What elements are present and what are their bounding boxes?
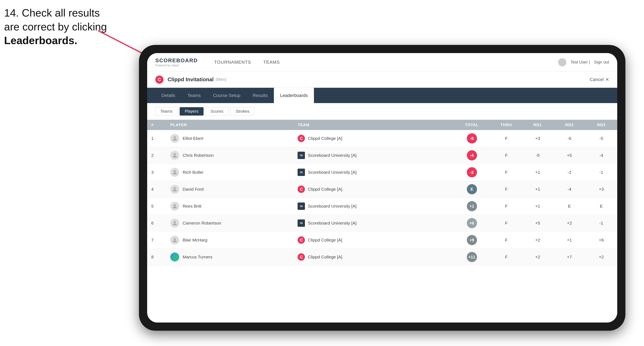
col-header-rd3: RD3 bbox=[585, 120, 617, 130]
col-header-rd1: RD1 bbox=[522, 120, 554, 130]
player-name: Elliot Ebert bbox=[182, 136, 203, 141]
player-name: Rees Britt bbox=[182, 204, 201, 209]
col-header-thru: THRU bbox=[491, 120, 522, 130]
player-name: David Ford bbox=[182, 187, 204, 192]
nav-teams[interactable]: TEAMS bbox=[257, 53, 286, 71]
cell-rd1: -5 bbox=[522, 147, 554, 164]
col-header-player: PLAYER bbox=[166, 120, 294, 130]
svg-point-3 bbox=[174, 153, 176, 155]
svg-point-2 bbox=[174, 136, 176, 138]
cell-rd3: +3 bbox=[585, 181, 617, 198]
cell-team: SBScoreboard University [A] bbox=[294, 198, 453, 215]
tab-leaderboards[interactable]: Leaderboards bbox=[274, 88, 314, 103]
tournament-icon: C bbox=[155, 76, 164, 84]
logo-scoreboard: SCOREBOARD bbox=[155, 57, 198, 64]
player-name: Chris Robertson bbox=[182, 153, 214, 158]
team-logo-clippd: C bbox=[298, 135, 305, 142]
cell-rd3: E bbox=[585, 198, 617, 215]
cell-player: Rees Britt bbox=[166, 198, 294, 215]
filter-scores[interactable]: Scores bbox=[206, 107, 228, 116]
table-row: 7Blair McHargCClippd College [A]+9F+2+1+… bbox=[147, 232, 617, 249]
cell-rank: 7 bbox=[147, 232, 166, 249]
col-header-total: TOTAL bbox=[453, 120, 491, 130]
svg-point-6 bbox=[174, 204, 176, 206]
cell-rank: 4 bbox=[147, 181, 166, 198]
team-logo-scoreboard: SB bbox=[298, 169, 305, 176]
cell-player: Elliot Ebert bbox=[166, 130, 294, 147]
cell-rank: 2 bbox=[147, 147, 166, 164]
leaderboard-table: # PLAYER TEAM TOTAL THRU RD1 RD2 RD3 1El… bbox=[147, 120, 617, 266]
user-name: Test User | bbox=[570, 60, 590, 64]
cell-thru: F bbox=[491, 215, 522, 232]
tab-teams[interactable]: Teams bbox=[181, 88, 207, 103]
table-row: 8Marcus TurnersCClippd College [A]+11F+2… bbox=[147, 249, 617, 266]
table-row: 5Rees BrittSBScoreboard University [A]+1… bbox=[147, 198, 617, 215]
cell-rd2: -6 bbox=[554, 130, 585, 147]
team-logo-scoreboard: SB bbox=[298, 202, 305, 210]
cancel-button[interactable]: Cancel ✕ bbox=[590, 77, 609, 82]
svg-point-8 bbox=[174, 238, 176, 240]
filter-players[interactable]: Players bbox=[180, 107, 204, 116]
cell-rd2: +5 bbox=[554, 147, 585, 164]
cell-rd3: -1 bbox=[585, 215, 617, 232]
cell-player: Marcus Turners bbox=[166, 249, 294, 266]
cell-team: SBScoreboard University [A] bbox=[294, 215, 453, 232]
player-name: Cameron Robertson bbox=[182, 221, 221, 226]
player-avatar bbox=[170, 236, 179, 245]
table-row: 1Elliot EbertCClippd College [A]-8F+3-6-… bbox=[147, 130, 617, 147]
team-logo-clippd: C bbox=[298, 185, 305, 193]
table-row: 4David FordCClippd College [A]EF+1-4+3 bbox=[147, 181, 617, 198]
cell-rd2: +2 bbox=[554, 215, 585, 232]
player-name: Blair McHarg bbox=[182, 238, 207, 242]
player-avatar bbox=[170, 168, 179, 177]
svg-point-5 bbox=[174, 187, 176, 189]
cell-rank: 6 bbox=[147, 215, 166, 232]
cell-total: +11 bbox=[453, 249, 491, 266]
cancel-label: Cancel bbox=[590, 77, 604, 82]
cell-rank: 3 bbox=[147, 164, 166, 181]
col-header-rd2: RD2 bbox=[554, 120, 585, 130]
cell-rd1: +5 bbox=[522, 215, 554, 232]
team-name: Scoreboard University [A] bbox=[308, 204, 356, 209]
cell-player: David Ford bbox=[166, 181, 294, 198]
table-row: 2Chris RobertsonSBScoreboard University … bbox=[147, 147, 617, 164]
nav-tournaments[interactable]: TOURNAMENTS bbox=[208, 53, 257, 71]
logo-area: SCOREBOARD Powered by clippd bbox=[155, 57, 198, 67]
tab-results[interactable]: Results bbox=[247, 88, 274, 103]
cell-rd3: -4 bbox=[585, 147, 617, 164]
cell-rank: 8 bbox=[147, 249, 166, 266]
tournament-header: C Clippd Invitational (Men) Cancel ✕ bbox=[147, 71, 617, 88]
tab-course-setup[interactable]: Course Setup bbox=[207, 88, 247, 103]
cell-rd1: +2 bbox=[522, 249, 554, 266]
table-row: 6Cameron RobertsonSBScoreboard Universit… bbox=[147, 215, 617, 232]
cell-thru: F bbox=[491, 198, 522, 215]
player-name: Marcus Turners bbox=[182, 255, 212, 259]
cell-total: -4 bbox=[453, 147, 491, 164]
team-name: Clippd College [A] bbox=[308, 136, 342, 141]
filter-strokes[interactable]: Strokes bbox=[230, 107, 255, 116]
col-header-team: TEAM bbox=[294, 120, 453, 130]
cell-total: E bbox=[453, 181, 491, 198]
cell-player: Rich Butler bbox=[166, 164, 294, 181]
team-name: Clippd College [A] bbox=[308, 255, 342, 259]
cell-rank: 5 bbox=[147, 198, 166, 215]
cell-total: +1 bbox=[453, 198, 491, 215]
table-row: 3Rich ButlerSBScoreboard University [A]-… bbox=[147, 164, 617, 181]
cell-team: CClippd College [A] bbox=[294, 130, 453, 147]
cell-rd2: +7 bbox=[554, 249, 585, 266]
cell-thru: F bbox=[491, 232, 522, 249]
logo-powered: Powered by clippd bbox=[155, 64, 198, 67]
cell-rd3: +2 bbox=[585, 249, 617, 266]
tab-details[interactable]: Details bbox=[155, 88, 181, 103]
cell-rd1: +1 bbox=[522, 181, 554, 198]
player-avatar bbox=[170, 151, 179, 160]
sign-out-link[interactable]: Sign out bbox=[594, 60, 609, 64]
cell-team: CClippd College [A] bbox=[294, 232, 453, 249]
cell-team: SBScoreboard University [A] bbox=[294, 164, 453, 181]
nav-right: Test User | Sign out bbox=[558, 58, 609, 66]
cell-thru: F bbox=[491, 164, 522, 181]
player-avatar bbox=[170, 252, 179, 261]
cell-thru: F bbox=[491, 249, 522, 266]
filter-teams[interactable]: Teams bbox=[155, 107, 178, 116]
team-logo-scoreboard: SB bbox=[298, 219, 305, 227]
